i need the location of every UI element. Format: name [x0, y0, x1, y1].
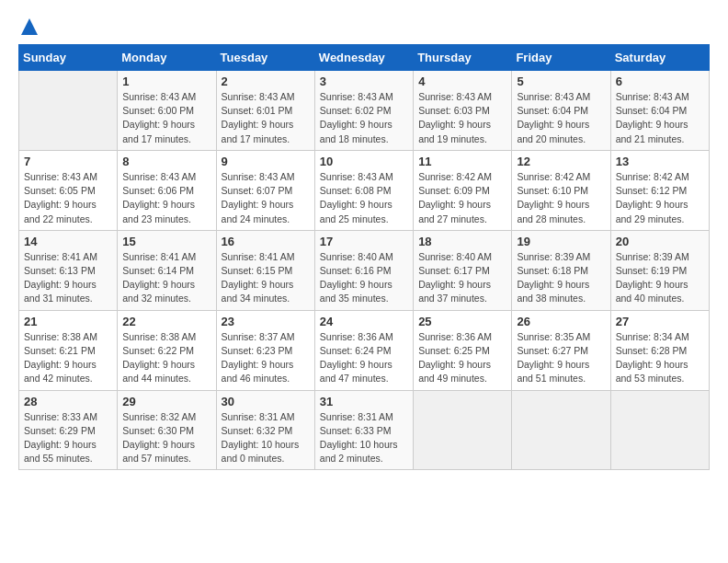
- day-info: Sunrise: 8:31 AMSunset: 6:32 PMDaylight:…: [222, 410, 310, 466]
- day-number: 7: [24, 155, 112, 168]
- day-info: Sunrise: 8:43 AMSunset: 6:07 PMDaylight:…: [222, 170, 310, 226]
- calendar-week-row: 28Sunrise: 8:33 AMSunset: 6:29 PMDayligh…: [19, 390, 710, 470]
- day-info: Sunrise: 8:36 AMSunset: 6:25 PMDaylight:…: [418, 330, 506, 386]
- calendar-cell: 2Sunrise: 8:43 AMSunset: 6:01 PMDaylight…: [216, 71, 314, 151]
- day-number: 27: [616, 315, 704, 328]
- day-number: 11: [418, 155, 506, 168]
- weekday-header-row: SundayMondayTuesdayWednesdayThursdayFrid…: [19, 45, 710, 71]
- day-number: 22: [122, 315, 210, 328]
- calendar-cell: 5Sunrise: 8:43 AMSunset: 6:04 PMDaylight…: [512, 71, 610, 151]
- day-info: Sunrise: 8:42 AMSunset: 6:09 PMDaylight:…: [418, 170, 506, 226]
- calendar-cell: 28Sunrise: 8:33 AMSunset: 6:29 PMDayligh…: [19, 390, 118, 470]
- calendar-cell: 30Sunrise: 8:31 AMSunset: 6:32 PMDayligh…: [216, 390, 314, 470]
- svg-marker-0: [21, 18, 38, 35]
- calendar-cell: [512, 390, 610, 470]
- day-info: Sunrise: 8:43 AMSunset: 6:04 PMDaylight:…: [517, 90, 605, 146]
- day-number: 13: [616, 155, 704, 168]
- day-info: Sunrise: 8:37 AMSunset: 6:23 PMDaylight:…: [222, 330, 310, 386]
- day-info: Sunrise: 8:31 AMSunset: 6:33 PMDaylight:…: [320, 410, 408, 466]
- day-info: Sunrise: 8:38 AMSunset: 6:21 PMDaylight:…: [24, 330, 112, 386]
- day-number: 9: [222, 155, 310, 168]
- calendar-cell: 11Sunrise: 8:42 AMSunset: 6:09 PMDayligh…: [414, 150, 512, 230]
- weekday-header: Saturday: [610, 45, 709, 71]
- day-info: Sunrise: 8:43 AMSunset: 6:08 PMDaylight:…: [320, 170, 408, 226]
- weekday-header: Monday: [118, 45, 216, 71]
- day-info: Sunrise: 8:40 AMSunset: 6:17 PMDaylight:…: [418, 250, 506, 306]
- calendar-week-row: 21Sunrise: 8:38 AMSunset: 6:21 PMDayligh…: [19, 310, 710, 390]
- day-number: 28: [24, 395, 112, 408]
- weekday-header: Friday: [512, 45, 610, 71]
- calendar-cell: 15Sunrise: 8:41 AMSunset: 6:14 PMDayligh…: [118, 230, 216, 310]
- calendar-week-row: 1Sunrise: 8:43 AMSunset: 6:00 PMDaylight…: [19, 71, 710, 151]
- calendar-cell: 3Sunrise: 8:43 AMSunset: 6:02 PMDaylight…: [314, 71, 413, 151]
- calendar-cell: 8Sunrise: 8:43 AMSunset: 6:06 PMDaylight…: [118, 150, 216, 230]
- day-number: 20: [616, 235, 704, 248]
- logo: [18, 18, 38, 35]
- day-info: Sunrise: 8:43 AMSunset: 6:00 PMDaylight:…: [122, 90, 210, 146]
- calendar-cell: [414, 390, 512, 470]
- day-number: 25: [418, 315, 506, 328]
- calendar-cell: 7Sunrise: 8:43 AMSunset: 6:05 PMDaylight…: [19, 150, 118, 230]
- day-number: 16: [222, 235, 310, 248]
- calendar-cell: 24Sunrise: 8:36 AMSunset: 6:24 PMDayligh…: [314, 310, 413, 390]
- calendar-cell: 19Sunrise: 8:39 AMSunset: 6:18 PMDayligh…: [512, 230, 610, 310]
- calendar-week-row: 7Sunrise: 8:43 AMSunset: 6:05 PMDaylight…: [19, 150, 710, 230]
- calendar-cell: 18Sunrise: 8:40 AMSunset: 6:17 PMDayligh…: [414, 230, 512, 310]
- page-header: [18, 18, 710, 35]
- day-info: Sunrise: 8:42 AMSunset: 6:12 PMDaylight:…: [616, 170, 704, 226]
- day-info: Sunrise: 8:39 AMSunset: 6:18 PMDaylight:…: [517, 250, 605, 306]
- calendar-cell: 21Sunrise: 8:38 AMSunset: 6:21 PMDayligh…: [19, 310, 118, 390]
- day-number: 2: [222, 75, 310, 88]
- day-info: Sunrise: 8:41 AMSunset: 6:15 PMDaylight:…: [222, 250, 310, 306]
- calendar-cell: 20Sunrise: 8:39 AMSunset: 6:19 PMDayligh…: [610, 230, 709, 310]
- day-info: Sunrise: 8:34 AMSunset: 6:28 PMDaylight:…: [616, 330, 704, 386]
- calendar-cell: 13Sunrise: 8:42 AMSunset: 6:12 PMDayligh…: [610, 150, 709, 230]
- calendar-cell: 23Sunrise: 8:37 AMSunset: 6:23 PMDayligh…: [216, 310, 314, 390]
- calendar-cell: 16Sunrise: 8:41 AMSunset: 6:15 PMDayligh…: [216, 230, 314, 310]
- calendar-cell: 29Sunrise: 8:32 AMSunset: 6:30 PMDayligh…: [118, 390, 216, 470]
- calendar-cell: 26Sunrise: 8:35 AMSunset: 6:27 PMDayligh…: [512, 310, 610, 390]
- day-info: Sunrise: 8:43 AMSunset: 6:03 PMDaylight:…: [418, 90, 506, 146]
- day-number: 15: [122, 235, 210, 248]
- day-info: Sunrise: 8:32 AMSunset: 6:30 PMDaylight:…: [122, 410, 210, 466]
- day-info: Sunrise: 8:40 AMSunset: 6:16 PMDaylight:…: [320, 250, 408, 306]
- day-info: Sunrise: 8:41 AMSunset: 6:14 PMDaylight:…: [122, 250, 210, 306]
- calendar-cell: 17Sunrise: 8:40 AMSunset: 6:16 PMDayligh…: [314, 230, 413, 310]
- calendar-cell: 1Sunrise: 8:43 AMSunset: 6:00 PMDaylight…: [118, 71, 216, 151]
- day-number: 19: [517, 235, 605, 248]
- calendar-cell: 10Sunrise: 8:43 AMSunset: 6:08 PMDayligh…: [314, 150, 413, 230]
- day-number: 1: [122, 75, 210, 88]
- calendar-cell: 22Sunrise: 8:38 AMSunset: 6:22 PMDayligh…: [118, 310, 216, 390]
- calendar-cell: 25Sunrise: 8:36 AMSunset: 6:25 PMDayligh…: [414, 310, 512, 390]
- day-info: Sunrise: 8:35 AMSunset: 6:27 PMDaylight:…: [517, 330, 605, 386]
- calendar-cell: 6Sunrise: 8:43 AMSunset: 6:04 PMDaylight…: [610, 71, 709, 151]
- day-number: 6: [616, 75, 704, 88]
- calendar-table: SundayMondayTuesdayWednesdayThursdayFrid…: [18, 44, 710, 470]
- calendar-cell: 27Sunrise: 8:34 AMSunset: 6:28 PMDayligh…: [610, 310, 709, 390]
- calendar-cell: 4Sunrise: 8:43 AMSunset: 6:03 PMDaylight…: [414, 71, 512, 151]
- calendar-week-row: 14Sunrise: 8:41 AMSunset: 6:13 PMDayligh…: [19, 230, 710, 310]
- day-number: 4: [418, 75, 506, 88]
- day-info: Sunrise: 8:33 AMSunset: 6:29 PMDaylight:…: [24, 410, 112, 466]
- day-info: Sunrise: 8:41 AMSunset: 6:13 PMDaylight:…: [24, 250, 112, 306]
- day-number: 29: [122, 395, 210, 408]
- day-info: Sunrise: 8:42 AMSunset: 6:10 PMDaylight:…: [517, 170, 605, 226]
- calendar-cell: 14Sunrise: 8:41 AMSunset: 6:13 PMDayligh…: [19, 230, 118, 310]
- weekday-header: Thursday: [414, 45, 512, 71]
- day-number: 21: [24, 315, 112, 328]
- day-info: Sunrise: 8:39 AMSunset: 6:19 PMDaylight:…: [616, 250, 704, 306]
- day-info: Sunrise: 8:38 AMSunset: 6:22 PMDaylight:…: [122, 330, 210, 386]
- day-number: 18: [418, 235, 506, 248]
- calendar-cell: 9Sunrise: 8:43 AMSunset: 6:07 PMDaylight…: [216, 150, 314, 230]
- day-number: 14: [24, 235, 112, 248]
- day-number: 31: [320, 395, 408, 408]
- day-number: 24: [320, 315, 408, 328]
- day-number: 8: [122, 155, 210, 168]
- weekday-header: Tuesday: [216, 45, 314, 71]
- day-number: 3: [320, 75, 408, 88]
- weekday-header: Sunday: [19, 45, 118, 71]
- day-info: Sunrise: 8:43 AMSunset: 6:06 PMDaylight:…: [122, 170, 210, 226]
- calendar-cell: 31Sunrise: 8:31 AMSunset: 6:33 PMDayligh…: [314, 390, 413, 470]
- day-info: Sunrise: 8:43 AMSunset: 6:01 PMDaylight:…: [222, 90, 310, 146]
- day-number: 17: [320, 235, 408, 248]
